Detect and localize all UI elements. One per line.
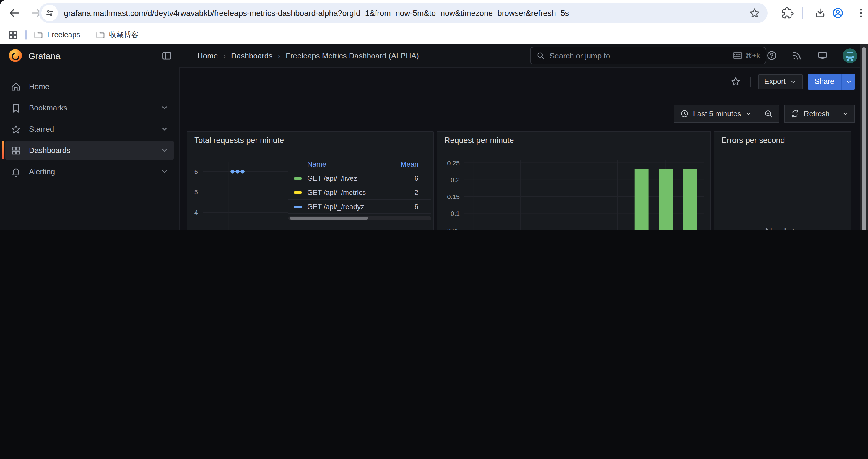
bookmark-star-icon[interactable] xyxy=(749,7,761,19)
svg-text:0.1: 0.1 xyxy=(451,210,460,218)
legend-row[interactable]: GET /api/_/metrics 2 xyxy=(288,186,431,200)
time-range-picker[interactable]: Last 5 minutes xyxy=(674,105,758,122)
bookmark-label: 收藏博客 xyxy=(109,30,138,40)
legend-table: Name Mean GET /api/_/livez 6 GET /api/_/… xyxy=(288,158,431,220)
profile-icon[interactable] xyxy=(832,7,844,19)
breadcrumb-separator: › xyxy=(223,51,226,60)
page-scrollbar-thumb[interactable] xyxy=(862,47,866,230)
sidebar-item-label: Home xyxy=(29,82,49,91)
user-avatar[interactable] xyxy=(843,48,857,63)
share-button[interactable]: Share xyxy=(807,73,841,90)
share-button-group: Share xyxy=(807,73,855,90)
chevron-down-icon[interactable] xyxy=(161,168,168,175)
chevron-down-icon xyxy=(745,110,752,117)
dashboard-actions: Export Share xyxy=(730,74,855,89)
bookmarks-separator xyxy=(25,30,27,40)
toolbar-separator xyxy=(802,7,803,19)
search-input[interactable]: Search or jump to... ⌘+k xyxy=(530,47,766,64)
sidebar-item-bookmarks[interactable]: Bookmarks xyxy=(5,98,174,118)
sidebar-item-dashboards[interactable]: Dashboards xyxy=(5,140,174,160)
svg-text:0.05: 0.05 xyxy=(447,227,460,230)
brand-box: Grafana xyxy=(0,44,180,67)
breadcrumb-dashboards[interactable]: Dashboards xyxy=(231,51,272,60)
share-menu-button[interactable] xyxy=(841,73,855,90)
url-text[interactable]: grafana.mathmast.com/d/deytv4rwavabkb/fr… xyxy=(64,8,744,18)
header-icons xyxy=(766,44,857,67)
panel-title[interactable]: Errors per second xyxy=(721,136,785,145)
legend-col-mean[interactable]: Mean xyxy=(396,160,431,168)
panel-title[interactable]: Total requests per minute xyxy=(194,136,284,145)
bookmark-icon xyxy=(11,102,21,113)
zoom-out-icon xyxy=(764,109,773,118)
panel-title[interactable]: Request per minute xyxy=(444,136,514,145)
svg-text:4: 4 xyxy=(194,209,198,216)
address-bar[interactable]: grafana.mathmast.com/d/deytv4rwavabkb/fr… xyxy=(39,3,768,23)
export-button[interactable]: Export xyxy=(758,74,803,89)
legend-row[interactable]: GET /api/_/livez 6 xyxy=(288,171,431,186)
total-requests-chart: 6543217:40 xyxy=(187,162,291,230)
downloads-icon[interactable] xyxy=(814,7,826,19)
series-name[interactable]: GET /api/_/readyz xyxy=(307,202,396,210)
legend-scrollbar-thumb[interactable] xyxy=(289,217,368,220)
chevron-down-icon xyxy=(845,78,852,85)
site-settings-icon[interactable] xyxy=(41,5,58,21)
page-scrollbar[interactable] xyxy=(860,44,868,230)
series-mean: 2 xyxy=(396,188,431,196)
legend-row[interactable]: GET /api/_/readyz 6 xyxy=(288,200,431,214)
series-name[interactable]: GET /api/_/metrics xyxy=(307,188,396,196)
refresh-interval-button[interactable] xyxy=(836,105,855,122)
chevron-down-icon[interactable] xyxy=(161,146,168,154)
grafana-app: Grafana Home › Dashboards › Freeleaps Me… xyxy=(0,44,868,230)
series-swatch xyxy=(294,177,302,179)
time-controls: Last 5 minutes Refresh xyxy=(674,104,855,123)
refresh-button[interactable]: Refresh xyxy=(785,105,836,122)
legend-col-name[interactable]: Name xyxy=(307,160,396,168)
bookmark-folder-blogs[interactable]: 收藏博客 xyxy=(95,30,138,40)
sidebar-item-home[interactable]: Home xyxy=(5,77,174,96)
brand-name: Grafana xyxy=(28,51,60,61)
sidebar-item-alerting[interactable]: Alerting xyxy=(5,162,174,182)
breadcrumb-home[interactable]: Home xyxy=(197,51,218,60)
bell-icon xyxy=(11,166,21,177)
clock-icon xyxy=(680,109,689,118)
search-icon xyxy=(536,52,545,60)
series-name[interactable]: GET /api/_/livez xyxy=(307,174,396,182)
svg-text:5: 5 xyxy=(194,189,198,196)
svg-text:0.25: 0.25 xyxy=(447,160,460,167)
folder-icon xyxy=(34,30,43,40)
search-placeholder: Search or jump to... xyxy=(550,51,733,60)
refresh-group: Refresh xyxy=(784,104,855,123)
legend-scrollbar[interactable] xyxy=(288,216,431,220)
search-shortcut: ⌘+k xyxy=(733,52,760,60)
chevron-down-icon[interactable] xyxy=(161,125,168,133)
chevron-down-icon[interactable] xyxy=(161,104,168,112)
grafana-logo[interactable] xyxy=(9,49,22,62)
time-range-group: Last 5 minutes xyxy=(674,104,780,123)
sidebar-item-starred[interactable]: Starred xyxy=(5,119,174,139)
actions-divider xyxy=(750,76,751,87)
breadcrumb: Home › Dashboards › Freeleaps Metrics Da… xyxy=(197,44,419,67)
time-range-label: Last 5 minutes xyxy=(693,109,741,118)
monitor-icon[interactable] xyxy=(817,50,828,61)
sidebar-item-label: Starred xyxy=(29,125,54,133)
breadcrumb-separator: › xyxy=(278,51,280,60)
favorite-star-icon[interactable] xyxy=(730,76,741,87)
apps-grid-icon[interactable] xyxy=(8,30,18,40)
panel-request-per-minute[interactable]: Request per minute 0.250.20.150.10.05017… xyxy=(437,131,711,230)
bookmark-folder-freeleaps[interactable]: Freeleaps xyxy=(34,30,80,40)
app-header: Grafana Home › Dashboards › Freeleaps Me… xyxy=(0,44,868,68)
help-icon[interactable] xyxy=(766,50,777,61)
news-rss-icon[interactable] xyxy=(792,50,802,61)
extensions-icon[interactable] xyxy=(782,7,794,19)
bookmark-label: Freeleaps xyxy=(47,31,80,39)
svg-text:0.2: 0.2 xyxy=(451,176,460,184)
sidebar-toggle-icon[interactable] xyxy=(161,50,173,61)
home-icon xyxy=(11,81,21,92)
legend-header: Name Mean xyxy=(288,158,431,171)
panel-total-requests[interactable]: Total requests per minute 6543217:40 Nam… xyxy=(187,131,434,230)
back-icon[interactable] xyxy=(8,6,21,20)
zoom-out-button[interactable] xyxy=(757,105,779,122)
browser-menu-icon[interactable] xyxy=(855,7,867,19)
svg-text:0.15: 0.15 xyxy=(447,193,460,201)
panel-errors-per-second[interactable]: Errors per second No data xyxy=(714,131,851,230)
